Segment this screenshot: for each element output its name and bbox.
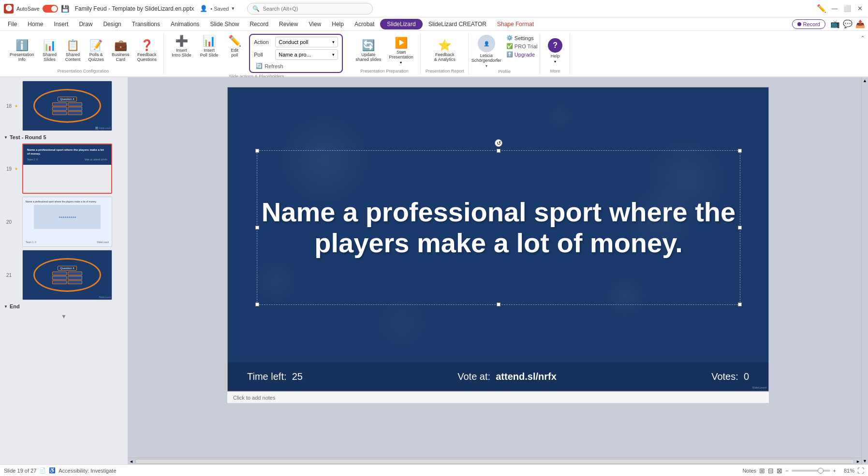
action-dropdown[interactable]: Conduct poll ▾ [275, 37, 338, 47]
menu-review[interactable]: Review [274, 19, 303, 29]
slide-19-footer-right: Vote at: attend.sl/nrfx [85, 158, 107, 161]
zoom-thumb[interactable] [818, 468, 824, 474]
slide-main-question: Name a professional sport where the play… [257, 197, 740, 259]
collapse-ribbon[interactable]: ⌃ [860, 33, 865, 74]
help-button[interactable]: ? Help ▾ [545, 36, 565, 66]
presentation-info-button[interactable]: ℹ️ PresentationInfo [7, 37, 37, 64]
slide-view-normal[interactable]: ⊞ [759, 467, 765, 475]
profile-dropdown-arrow[interactable]: ▾ [485, 64, 487, 68]
shared-slides-button[interactable]: 📊 SharedSlides [39, 37, 60, 64]
notes-bar[interactable]: Click to add notes [227, 391, 769, 403]
menu-transitions[interactable]: Transitions [127, 19, 165, 29]
game-oval-21: Question 4 [33, 258, 101, 292]
menu-acrobat[interactable]: Acrobat [350, 19, 379, 29]
menu-slidelizard-creator[interactable]: SlideLizard CREATOR [424, 19, 491, 29]
ribbon-group-config: ℹ️ PresentationInfo 📊 SharedSlides 📋 Sha… [3, 33, 164, 74]
game-oval: Question 4 [33, 89, 101, 123]
section-test-round5[interactable]: ▼ Test - Round 5 [0, 132, 128, 142]
scroll-down[interactable]: ▼ [0, 311, 128, 322]
autosave-toggle[interactable] [43, 5, 58, 13]
slide-thumb-19: Name a professional sport where the play… [22, 144, 112, 194]
insert-intro-button[interactable]: ➕ InsertIntro Slide [169, 33, 194, 60]
minimize-button[interactable]: — [830, 4, 839, 13]
vote-at: Vote at: attend.sl/nrfx [457, 371, 557, 382]
poll-dropdown[interactable]: Name a pro... ▾ [275, 49, 338, 60]
shared-content-icon: 📋 [66, 39, 79, 52]
slide-item-20[interactable]: 20 Name a professional sport where the p… [0, 195, 128, 248]
zoom-in-icon[interactable]: + [833, 468, 836, 474]
menu-slidelizard[interactable]: SlideLizard [380, 19, 422, 29]
menu-draw[interactable]: Draw [74, 19, 97, 29]
slide-star-18: ★ [15, 104, 19, 108]
refresh-button[interactable]: 🔄 Refresh [254, 62, 338, 70]
search-input[interactable] [263, 6, 368, 12]
menu-file[interactable]: File [3, 19, 22, 29]
slide-view-reading[interactable]: ⊠ [777, 467, 782, 475]
profile-section: 👤 LeticiaSchörgendorfer ▾ [471, 35, 501, 68]
polls-quizzes-button[interactable]: 📝 Polls &Quizzes [86, 37, 107, 64]
profile-avatar[interactable]: 👤 [478, 35, 495, 52]
start-presentation-button[interactable]: ▶️ StartPresentation ▾ [386, 35, 416, 67]
scroll-right-arrow[interactable]: ► [855, 459, 861, 464]
canvas-scrollbar[interactable]: ▲ ▼ [861, 77, 868, 464]
slide-view-grid[interactable]: ⊟ [768, 467, 774, 475]
canvas-hscrollbar[interactable]: ◄ ► [128, 458, 861, 464]
time-left-label: Time left: [247, 371, 287, 382]
brand-18: 📊 SlideLizard [95, 127, 111, 130]
scroll-up-arrow[interactable]: ▲ [862, 77, 868, 84]
report-group-label: Presentation Report [426, 69, 464, 74]
menu-animations[interactable]: Animations [166, 19, 204, 29]
feedback-questions-button[interactable]: ❓ FeedbackQuestions [134, 37, 160, 64]
menu-shape-format[interactable]: Shape Format [492, 19, 539, 29]
scroll-down-arrow[interactable]: ▼ [862, 458, 868, 464]
upgrade-icon: ⬆️ [506, 51, 513, 58]
handle-br[interactable] [738, 303, 742, 306]
section-end[interactable]: ▼ End [0, 302, 128, 311]
menu-insert[interactable]: Insert [49, 19, 73, 29]
edit-poll-button[interactable]: ✏️ Editpoll [224, 33, 245, 60]
feedback-analytics-button[interactable]: ⭐ Feedback& Analytics [431, 37, 458, 64]
card-icon: 💼 [114, 39, 127, 52]
notes-toggle[interactable]: Notes [742, 468, 756, 474]
handle-tr[interactable] [738, 149, 742, 153]
handle-mr[interactable] [738, 226, 742, 230]
record-button[interactable]: Record [792, 19, 825, 29]
menu-help[interactable]: Help [327, 19, 349, 29]
action-value: Conduct poll [279, 39, 308, 45]
menu-home[interactable]: Home [23, 19, 48, 29]
slide-item-21[interactable]: 21 Question 4 [0, 248, 128, 302]
slide-canvas[interactable]: ↺ Name a professional sport where the pl… [227, 87, 769, 391]
menu-view[interactable]: View [304, 19, 326, 29]
slide-bottom-bar: Time left: 25 Vote at: attend.sl/nrfx Vo… [228, 362, 768, 391]
slide-panel-resize[interactable] [256, 77, 259, 453]
rotate-handle[interactable]: ↺ [495, 139, 502, 147]
handle-tm[interactable] [497, 149, 500, 153]
pro-trial-button[interactable]: ✅ PRO Trial [506, 43, 538, 49]
slide-item-19[interactable]: 19 ★ Name a professional sport where the… [0, 142, 128, 195]
maximize-button[interactable]: ⬜ [843, 4, 852, 13]
zoom-out-icon[interactable]: − [785, 468, 788, 474]
business-card-button[interactable]: 💼 BusinessCard [109, 37, 132, 64]
search-bar[interactable]: 🔍 [247, 3, 373, 14]
close-button[interactable]: ✕ [855, 4, 864, 13]
menu-design[interactable]: Design [98, 19, 126, 29]
help-arrow: ▾ [554, 59, 556, 64]
zoom-level[interactable]: 81% [839, 468, 854, 474]
slide-21-content: Question 4 [23, 250, 112, 300]
shared-content-button[interactable]: 📋 SharedContent [62, 37, 84, 64]
zoom-slider[interactable] [792, 470, 830, 472]
poll-row: Poll Name a pro... ▾ [254, 49, 338, 60]
time-left: Time left: 25 [247, 371, 303, 382]
insert-poll-button[interactable]: 📊 InsertPoll Slide [197, 33, 221, 60]
menu-record[interactable]: Record [245, 19, 273, 29]
scroll-left-arrow[interactable]: ◄ [128, 459, 134, 464]
edit-poll-icon: ✏️ [228, 35, 241, 47]
upgrade-button[interactable]: ⬆️ Upgrade [506, 51, 538, 58]
menu-slideshow[interactable]: Slide Show [205, 19, 244, 29]
settings-button[interactable]: ⚙️ Settings [506, 35, 538, 41]
update-shared-button[interactable]: 🔄 Updateshared slides [353, 37, 384, 64]
slide-textbox[interactable]: ↺ Name a professional sport where the pl… [257, 150, 740, 305]
pro-trial-label: PRO Trial [515, 43, 538, 49]
handle-bm[interactable] [497, 303, 500, 306]
slide-item-18[interactable]: 18 ★ Question 4 [0, 79, 128, 132]
